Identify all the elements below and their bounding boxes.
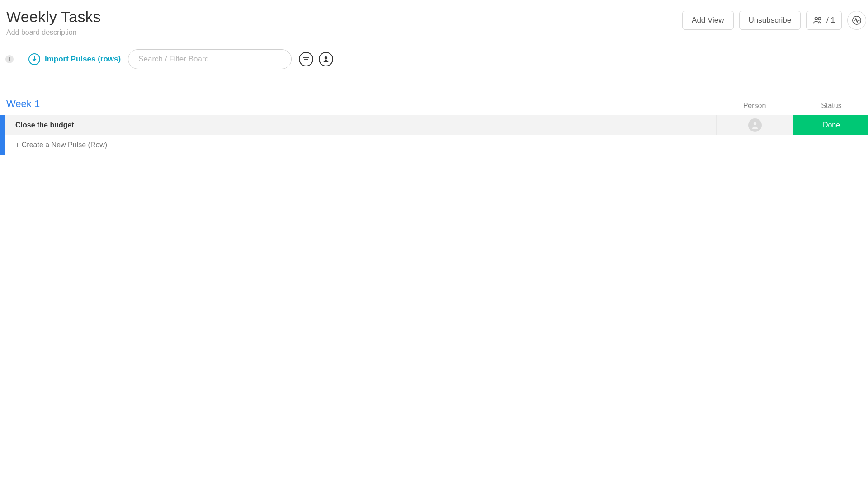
board-title[interactable]: Weekly Tasks — [6, 8, 101, 26]
svg-point-7 — [753, 122, 756, 125]
download-icon — [28, 53, 40, 65]
group-title[interactable]: Week 1 — [0, 98, 40, 110]
person-cell[interactable] — [716, 115, 793, 135]
task-title-cell[interactable]: Close the budget — [5, 115, 716, 135]
import-pulses-label: Import Pulses (rows) — [45, 55, 121, 64]
new-pulse-input[interactable] — [15, 141, 868, 149]
row-accent — [0, 115, 5, 135]
new-pulse-row[interactable] — [0, 135, 868, 155]
pulse-icon — [852, 15, 862, 25]
new-pulse-handle[interactable] — [5, 55, 14, 63]
filter-button[interactable] — [299, 52, 313, 66]
board-description[interactable]: Add board description — [6, 28, 101, 37]
unsubscribe-button[interactable]: Unsubscribe — [739, 11, 801, 30]
add-view-button[interactable]: Add View — [682, 11, 734, 30]
search-input[interactable] — [128, 49, 292, 69]
import-pulses-link[interactable]: Import Pulses (rows) — [28, 53, 121, 65]
svg-point-6 — [325, 56, 327, 59]
column-header-status[interactable]: Status — [793, 102, 868, 110]
members-count-label: / 1 — [826, 16, 835, 25]
person-filter-button[interactable] — [319, 52, 333, 66]
activity-button[interactable] — [847, 11, 866, 30]
filter-icon — [302, 56, 310, 63]
members-button[interactable]: / 1 — [806, 11, 842, 30]
person-icon — [322, 56, 330, 63]
table-row[interactable]: Close the budget Done — [0, 115, 868, 135]
empty-avatar-icon — [748, 118, 762, 132]
separator — [21, 53, 21, 66]
status-cell[interactable]: Done — [793, 115, 868, 135]
column-header-person[interactable]: Person — [716, 102, 793, 110]
people-icon — [813, 16, 823, 24]
svg-point-1 — [818, 17, 821, 20]
svg-point-0 — [815, 17, 817, 20]
row-accent — [0, 135, 5, 155]
